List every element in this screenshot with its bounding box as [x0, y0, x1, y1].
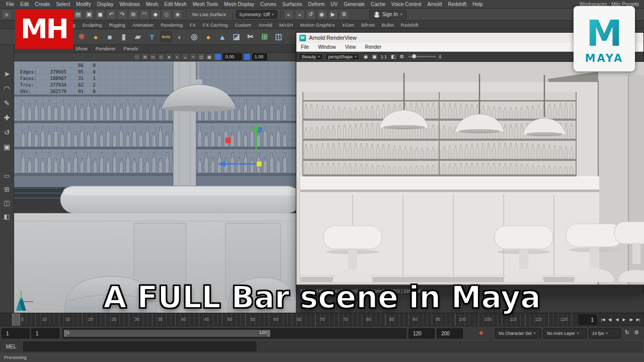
xray-icon[interactable]: ◫ [198, 53, 205, 60]
select-camera-icon[interactable]: □ [133, 53, 140, 60]
arnold-menu-item[interactable]: View [341, 44, 361, 50]
sign-in-button[interactable]: Sign In ▾ [369, 10, 407, 19]
poly-cylinder-icon[interactable]: ▮ [118, 31, 130, 43]
scale-field[interactable]: 1.00 [252, 53, 267, 60]
file-new-icon[interactable]: ▤ [73, 10, 83, 20]
shelf-tab[interactable]: Arnold [255, 22, 275, 28]
go-to-start-button[interactable]: |◀ [600, 314, 606, 325]
layout-outliner-icon[interactable]: ◧ [2, 211, 12, 221]
combine-icon[interactable]: ◎ [188, 31, 200, 43]
ao-icon[interactable]: ◒ [182, 53, 189, 60]
menu-item[interactable]: File [3, 2, 17, 7]
output-connections-icon[interactable]: » [295, 10, 305, 20]
arnold-menu-item[interactable]: Render [360, 44, 386, 50]
undo-icon[interactable]: ↶ [106, 10, 116, 20]
snap-curve-icon[interactable]: ◠ [139, 10, 149, 20]
step-forward-button[interactable]: |▶ [628, 314, 634, 325]
gain-slider[interactable] [408, 56, 436, 57]
panel-menu-item[interactable]: Show [75, 46, 88, 51]
boolean-icon[interactable]: ◐ [174, 31, 186, 43]
shelf-tab[interactable]: Redshift [397, 22, 422, 28]
shaded-icon[interactable]: ● [166, 53, 173, 60]
step-back-button[interactable]: ◀| [607, 314, 613, 325]
menu-item[interactable]: Mesh [143, 2, 161, 7]
scale-tool-icon[interactable]: ▣ [2, 142, 12, 152]
ipr-render-icon[interactable]: ▶ [328, 10, 338, 20]
play-backwards-button[interactable]: ◀ [614, 314, 620, 325]
file-save-icon[interactable]: ◼ [95, 10, 105, 20]
select-tool-icon[interactable]: ➤ [2, 69, 12, 79]
shelf-tab[interactable]: Bullet [378, 22, 397, 28]
redo-icon[interactable]: ↷ [117, 10, 127, 20]
svg-tool-icon[interactable]: SVG [160, 31, 172, 43]
current-frame-field[interactable]: 1 [579, 315, 597, 325]
shelf-tab[interactable]: XGen [339, 22, 358, 28]
shelf-tab[interactable]: Rigging [106, 22, 129, 28]
poly-sphere-icon[interactable]: ● [90, 31, 102, 43]
menu-item[interactable]: Deform [305, 2, 328, 7]
render-settings-icon[interactable]: ⚙ [339, 10, 349, 20]
menu-item[interactable]: Cache [368, 2, 388, 7]
menu-item[interactable]: Help [469, 2, 486, 7]
menu-item[interactable]: Mesh Display [221, 2, 257, 7]
shelf-tab[interactable]: MASH [276, 22, 296, 28]
animation-start-field[interactable]: 1 [2, 328, 30, 338]
menu-item[interactable]: Modify [73, 2, 94, 7]
live-surface-label[interactable]: No Live Surface [189, 12, 229, 17]
menu-item[interactable]: Display [94, 2, 117, 7]
display-settings-icon[interactable]: ⚙ [398, 53, 406, 60]
start-ipr-icon[interactable]: ◉ [362, 53, 370, 60]
command-input-field[interactable] [23, 341, 257, 351]
command-language-button[interactable]: MEL [0, 341, 22, 351]
range-slider-active[interactable] [64, 330, 270, 337]
menu-item[interactable]: Windows [116, 2, 143, 7]
shelf-tab[interactable]: FX [186, 22, 199, 28]
make-live-icon[interactable]: ◈ [173, 10, 183, 20]
playback-start-field[interactable]: 1 [31, 328, 59, 338]
range-slider[interactable]: 1 120 [62, 328, 407, 338]
shelf-tab[interactable]: Rendering [157, 22, 186, 28]
playback-end-field[interactable]: 120 [409, 328, 435, 338]
render-current-frame-icon[interactable]: ◉ [317, 10, 327, 20]
shelf-tab[interactable]: Motion Graphics [296, 22, 338, 28]
translate-field[interactable]: 0.00 [223, 53, 242, 60]
panel-menu-item[interactable]: Renderer [96, 46, 116, 51]
play-forwards-button[interactable]: ▶ [621, 314, 627, 325]
menu-item[interactable]: Arnold [424, 2, 445, 7]
layout-single-pane-icon[interactable]: ▭ [2, 170, 12, 180]
menu-item[interactable]: Generate [341, 2, 368, 7]
paint-select-tool-icon[interactable]: ✎ [2, 98, 12, 108]
type-tool-icon[interactable]: T [146, 31, 158, 43]
menu-item[interactable]: Edit [17, 2, 32, 7]
workspace-menu-icon[interactable]: ≡ [2, 10, 12, 20]
auto-keyframe-icon[interactable]: ◆ [479, 329, 483, 336]
menu-item[interactable]: UV [328, 2, 341, 7]
shelf-tab[interactable]: Bifrost [358, 22, 378, 28]
arnold-menu-item[interactable]: File [296, 44, 313, 50]
antialias-icon[interactable]: ≈ [190, 53, 197, 60]
nurbs-curves-icon[interactable]: ✱ [75, 31, 88, 43]
shelf-tab[interactable]: Sculpting [79, 22, 106, 28]
arnold-render-image[interactable] [296, 62, 644, 285]
arnold-menu-item[interactable]: Window [313, 44, 341, 50]
menu-item[interactable]: Surfaces [279, 2, 305, 7]
go-to-end-button[interactable]: ▶| [635, 314, 641, 325]
layout-four-pane-icon[interactable]: ⊞ [2, 184, 12, 194]
move-tool-icon[interactable]: ✚ [2, 113, 12, 123]
ab-compare-icon[interactable]: ◧ [389, 53, 397, 60]
animation-preferences-icon[interactable]: ⚙ [634, 329, 639, 336]
shelf-tab[interactable]: FX Caching [199, 22, 231, 28]
snap-grid-icon[interactable]: ⊞ [128, 10, 138, 20]
render-region-icon[interactable]: ▣ [371, 53, 378, 60]
shelf-tab[interactable]: Custom [231, 22, 255, 28]
multi-cut-icon[interactable]: ✂ [245, 31, 257, 43]
grid-toggle-icon[interactable]: ⊞ [141, 53, 148, 60]
character-set-dropdown[interactable]: No Character Set ▾ [495, 328, 541, 338]
anim-layer-dropdown[interactable]: No Anim Layer ▾ [543, 328, 587, 338]
menu-item[interactable]: Redshift [445, 2, 469, 7]
camera-dropdown[interactable]: perspShape ▾ [326, 53, 360, 60]
bevel-icon[interactable]: ◪ [230, 31, 243, 43]
script-output-field[interactable] [258, 341, 643, 351]
input-connections-icon[interactable]: « [284, 10, 294, 20]
zoom-ratio-label[interactable]: 1:1 [381, 54, 387, 59]
